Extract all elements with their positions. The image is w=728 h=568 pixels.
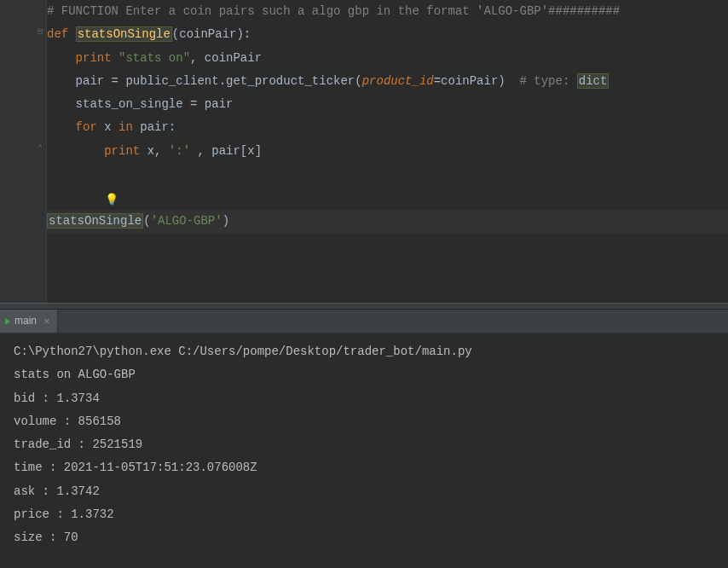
code-line[interactable] (47, 186, 728, 209)
code-line[interactable]: print "stats on", coinPair (47, 47, 728, 70)
play-icon (5, 318, 10, 325)
console-line[interactable]: C:\Python27\python.exe C:/Users/pompe/De… (14, 340, 728, 363)
code-line[interactable] (47, 163, 728, 186)
run-tab-label: main (14, 311, 37, 331)
code-line[interactable]: # FUNCTION Enter a coin pairs such a alg… (47, 0, 728, 23)
console-line[interactable]: price : 1.3732 (14, 503, 728, 526)
console-line[interactable]: trade_id : 2521519 (14, 433, 728, 456)
terminal-tab-bar: main × (0, 310, 728, 333)
code-editor-pane: ⊟ ⌃ # FUNCTION Enter a coin pairs such a… (0, 0, 728, 303)
panel-divider[interactable] (0, 303, 728, 310)
console-line[interactable]: ask : 1.3742 (14, 480, 728, 503)
fold-minus-icon[interactable]: ⊟ (36, 28, 44, 37)
console-line[interactable]: time : 2021-11-05T17:51:23.076008Z (14, 456, 728, 479)
code-line[interactable]: print x, ':' , pair[x] (47, 140, 728, 163)
run-tab-main[interactable]: main × (0, 310, 58, 333)
fold-end-icon[interactable]: ⌃ (36, 145, 44, 154)
console-line[interactable]: stats on ALGO-GBP (14, 363, 728, 386)
code-area[interactable]: # FUNCTION Enter a coin pairs such a alg… (47, 0, 728, 303)
console-line[interactable]: bid : 1.3734 (14, 387, 728, 410)
intention-bulb-icon[interactable]: 💡 (105, 194, 115, 207)
code-line[interactable]: pair = public_client.get_product_ticker(… (47, 70, 728, 93)
code-line[interactable]: for x in pair: (47, 116, 728, 139)
code-line[interactable]: stats_on_single = pair (47, 93, 728, 116)
console-line[interactable]: size : 70 (14, 526, 728, 549)
code-line[interactable]: def statsOnSingle(coinPair): (47, 23, 728, 46)
terminal-panel: main × C:\Python27\python.exe C:/Users/p… (0, 303, 728, 568)
console-output[interactable]: C:\Python27\python.exe C:/Users/pompe/De… (0, 333, 728, 550)
console-line[interactable]: volume : 856158 (14, 410, 728, 433)
code-line[interactable]: statsOnSingle('ALGO-GBP') (47, 210, 728, 233)
editor-gutter[interactable]: ⊟ ⌃ (0, 0, 47, 303)
close-icon[interactable]: × (43, 310, 50, 332)
